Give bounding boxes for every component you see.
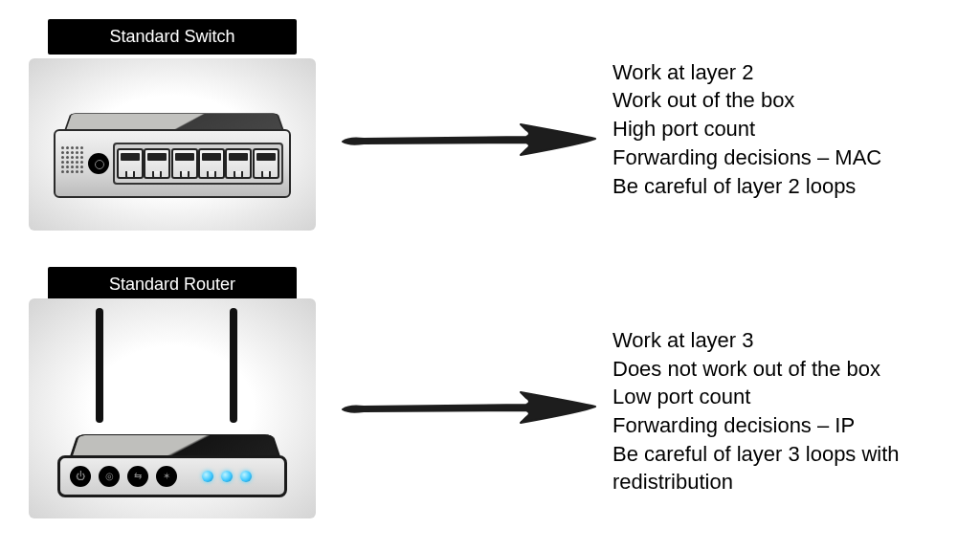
switch-bullet-item: Forwarding decisions – MAC xyxy=(612,143,928,172)
switch-vent-icon xyxy=(61,146,84,181)
arrow-right-icon xyxy=(335,373,603,440)
switch-bullets: Work at layer 2 Work out of the box High… xyxy=(612,49,928,200)
router-bullet-item: Forwarding decisions – IP xyxy=(612,411,928,440)
router-button-icon: ⇆ xyxy=(127,466,148,487)
ethernet-port-icon xyxy=(144,148,170,179)
status-led-icon xyxy=(202,471,213,482)
switch-column: Standard Switch xyxy=(0,19,325,231)
router-image: ⏻ ◎ ⇆ ✶ xyxy=(29,298,316,518)
ethernet-port-icon xyxy=(253,148,279,179)
antenna-icon xyxy=(230,308,237,423)
antenna-icon xyxy=(96,308,103,423)
switch-bullet-item: Be careful of layer 2 loops xyxy=(612,172,928,201)
router-bullet-item: Work at layer 3 xyxy=(612,326,928,355)
router-bullets: Work at layer 3 Does not work out of the… xyxy=(612,288,928,496)
router-column: Standard Router ⏻ ◎ ⇆ ✶ xyxy=(0,267,325,518)
switch-arrow xyxy=(325,77,612,172)
ethernet-port-icon xyxy=(198,148,225,179)
ethernet-port-icon xyxy=(171,148,198,179)
router-front-panel: ⏻ ◎ ⇆ ✶ xyxy=(57,455,287,497)
router-button-icon: ✶ xyxy=(156,466,177,487)
switch-bullet-item: High port count xyxy=(612,115,928,143)
switch-bullet-item: Work at layer 2 xyxy=(612,58,928,87)
switch-ports-group xyxy=(113,143,283,185)
router-button-icon: ◎ xyxy=(99,466,120,487)
switch-image xyxy=(29,58,316,231)
router-bullet-item: Be careful of layer 3 loops with redistr… xyxy=(612,440,928,496)
switch-row: Standard Switch xyxy=(0,0,980,239)
status-led-icon xyxy=(221,471,233,482)
router-bullet-item: Does not work out of the box xyxy=(612,355,928,384)
arrow-right-icon xyxy=(335,105,603,172)
power-button-icon xyxy=(88,153,109,174)
ethernet-port-icon xyxy=(225,148,252,179)
router-bullet-item: Low port count xyxy=(612,383,928,411)
switch-front-panel xyxy=(54,129,291,198)
router-label: Standard Router xyxy=(48,267,297,302)
status-led-icon xyxy=(240,471,252,482)
switch-bullet-item: Work out of the box xyxy=(612,86,928,115)
router-row: Standard Router ⏻ ◎ ⇆ ✶ Work at layer 3 … xyxy=(0,239,980,545)
ethernet-port-icon xyxy=(117,148,144,179)
switch-label: Standard Switch xyxy=(48,19,297,55)
power-button-icon: ⏻ xyxy=(70,466,91,487)
router-arrow xyxy=(325,344,612,440)
